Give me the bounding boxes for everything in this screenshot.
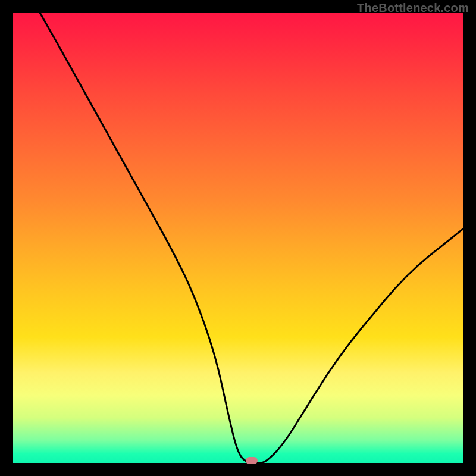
optimal-marker: [246, 457, 258, 464]
curve-path: [40, 13, 463, 463]
plot-area: [13, 13, 463, 463]
bottleneck-curve: [13, 13, 463, 463]
watermark-text: TheBottleneck.com: [357, 1, 469, 15]
chart-frame: TheBottleneck.com: [0, 0, 476, 476]
